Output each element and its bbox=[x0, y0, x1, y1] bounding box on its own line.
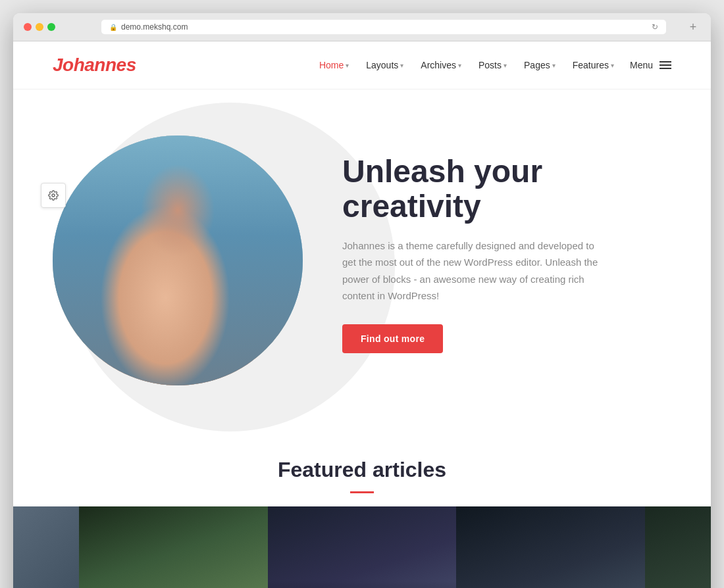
nav-item-archives[interactable]: Archives ▾ bbox=[414, 56, 468, 74]
article-card-2[interactable]: Art Express your bbox=[79, 506, 268, 588]
svg-rect-19 bbox=[92, 316, 112, 343]
svg-rect-3 bbox=[53, 320, 303, 385]
nav-link-layouts[interactable]: Layouts ▾ bbox=[359, 56, 410, 74]
find-out-more-button[interactable]: Find out more bbox=[342, 324, 443, 353]
nav-item-home[interactable]: Home ▾ bbox=[313, 56, 355, 74]
svg-point-14 bbox=[209, 287, 265, 366]
nav-link-home[interactable]: Home ▾ bbox=[313, 56, 355, 74]
page-wrapper: Johannes Home ▾ Layouts ▾ bbox=[13, 41, 711, 588]
svg-rect-1 bbox=[53, 135, 303, 385]
featured-divider bbox=[350, 491, 374, 493]
nav-item-pages[interactable]: Pages ▾ bbox=[517, 56, 562, 74]
nav-item-menu[interactable]: Menu bbox=[630, 60, 671, 70]
nav-links: Home ▾ Layouts ▾ Archives ▾ bbox=[313, 56, 671, 74]
hero-photo bbox=[53, 135, 303, 385]
page-content: Johannes Home ▾ Layouts ▾ bbox=[13, 41, 711, 588]
chevron-icon: ▾ bbox=[400, 62, 403, 69]
svg-point-8 bbox=[140, 214, 216, 280]
featured-section: Featured articles bbox=[13, 431, 711, 506]
hamburger-icon bbox=[659, 61, 671, 69]
nav-item-posts[interactable]: Posts ▾ bbox=[472, 56, 513, 74]
article-card-4[interactable]: Fashion Are you picking bbox=[456, 506, 645, 588]
nav-item-features[interactable]: Features ▾ bbox=[566, 56, 621, 74]
minimize-dot[interactable] bbox=[36, 23, 43, 31]
hero-section: Unleash your creativity Johannes is a th… bbox=[13, 89, 711, 431]
close-dot[interactable] bbox=[24, 23, 32, 31]
svg-rect-6 bbox=[165, 287, 191, 313]
nav-link-pages[interactable]: Pages ▾ bbox=[517, 56, 562, 74]
settings-button[interactable] bbox=[41, 183, 66, 208]
svg-point-18 bbox=[128, 320, 148, 339]
articles-row: Art m a Art Express your Trave bbox=[13, 506, 711, 588]
chevron-icon: ▾ bbox=[346, 62, 349, 69]
svg-point-17 bbox=[105, 313, 132, 339]
address-bar[interactable]: 🔒 demo.mekshq.com ↻ bbox=[101, 20, 666, 34]
article-card-5[interactable]: Lifestyle This i bbox=[645, 506, 711, 588]
svg-point-4 bbox=[99, 293, 257, 385]
nav-menu-button[interactable]: Menu bbox=[630, 60, 671, 70]
svg-point-10 bbox=[188, 247, 214, 313]
hero-description: Johannes is a theme carefully designed a… bbox=[342, 237, 606, 305]
svg-rect-2 bbox=[53, 135, 303, 280]
chevron-icon: ▾ bbox=[611, 62, 614, 69]
featured-title: Featured articles bbox=[13, 458, 711, 482]
nav-link-features[interactable]: Features ▾ bbox=[566, 56, 621, 74]
svg-point-9 bbox=[142, 247, 168, 313]
maximize-dot[interactable] bbox=[47, 23, 55, 31]
gear-icon bbox=[48, 190, 59, 201]
site-logo[interactable]: Johannes bbox=[53, 55, 136, 76]
card-overlay-3: Travel Turn yourcommute into a bbox=[268, 581, 457, 588]
svg-rect-11 bbox=[158, 270, 176, 282]
svg-point-5 bbox=[102, 303, 253, 385]
lock-icon: 🔒 bbox=[109, 24, 117, 31]
nav-item-layouts[interactable]: Layouts ▾ bbox=[359, 56, 410, 74]
svg-point-7 bbox=[142, 234, 214, 313]
svg-rect-12 bbox=[181, 270, 199, 282]
svg-line-15 bbox=[247, 274, 263, 293]
browser-dots bbox=[24, 23, 55, 31]
hero-content: Unleash your creativity Johannes is a th… bbox=[342, 155, 606, 353]
hero-image bbox=[53, 135, 303, 385]
chevron-icon: ▾ bbox=[552, 62, 556, 69]
chevron-icon: ▾ bbox=[458, 62, 461, 69]
browser-window: 🔒 demo.mekshq.com ↻ + Johannes bbox=[13, 13, 711, 588]
new-tab-button[interactable]: + bbox=[686, 20, 700, 34]
browser-titlebar: 🔒 demo.mekshq.com ↻ + bbox=[13, 13, 711, 41]
nav-link-posts[interactable]: Posts ▾ bbox=[472, 56, 513, 74]
url-text: demo.mekshq.com bbox=[121, 22, 188, 32]
navbar: Johannes Home ▾ Layouts ▾ bbox=[13, 41, 711, 89]
refresh-icon[interactable]: ↻ bbox=[652, 22, 658, 32]
hero-title: Unleash your creativity bbox=[342, 155, 606, 224]
article-card-1[interactable]: Art m a bbox=[13, 506, 79, 588]
nav-link-archives[interactable]: Archives ▾ bbox=[414, 56, 468, 74]
hero-illustration bbox=[53, 135, 303, 385]
svg-point-0 bbox=[52, 194, 55, 197]
chevron-icon: ▾ bbox=[504, 62, 507, 69]
article-card-3[interactable]: Travel Turn yourcommute into a bbox=[268, 506, 457, 588]
svg-line-16 bbox=[263, 270, 267, 274]
